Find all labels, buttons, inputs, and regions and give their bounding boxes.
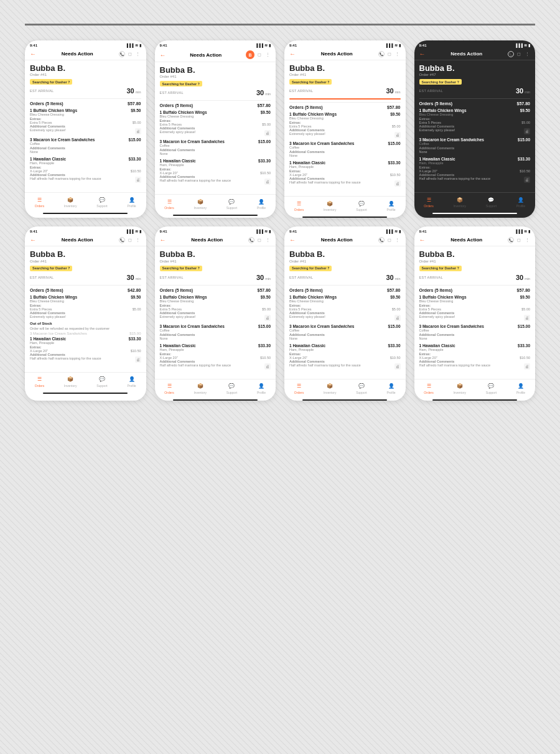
nav-item-inventory[interactable]: 📦 Inventory [453, 383, 466, 394]
nav-item-profile[interactable]: 👤 Profile [257, 198, 266, 210]
item-row: 1 Hawaiian Classic $33.30 [419, 343, 531, 348]
comments-value: Extremely spicy please! [30, 128, 135, 132]
nav-item-support[interactable]: 💬 Support [226, 383, 238, 394]
more-icon[interactable]: ⋮ [524, 237, 530, 243]
orders-nav-icon: ☰ [296, 383, 303, 390]
nav-item-orders[interactable]: ☰ Orders [164, 383, 174, 394]
nav-item-profile[interactable]: 👤 Profile [257, 383, 266, 394]
nav-item-orders[interactable]: ☰ Orders [424, 196, 433, 208]
back-button[interactable]: ← [289, 236, 296, 243]
profile-nav-label: Profile [127, 204, 136, 208]
phone-icon[interactable]: 📞 [508, 237, 514, 243]
print-icon[interactable]: 🖨 [394, 180, 401, 187]
nav-item-inventory[interactable]: 📦 Inventory [324, 383, 337, 394]
back-button[interactable]: ← [30, 236, 36, 243]
more-icon[interactable]: ⋮ [524, 51, 530, 57]
more-icon[interactable]: ⋮ [394, 51, 401, 57]
print-icon[interactable]: 🖨 [264, 363, 271, 370]
nav-item-support[interactable]: 💬 Support [96, 196, 108, 208]
nav-item-support[interactable]: 💬 Support [486, 196, 497, 208]
nav-item-profile[interactable]: 👤 Profile [516, 196, 525, 208]
battery-icon: ▮ [528, 229, 530, 233]
item-sub: Bleu Cheese Dressing [289, 116, 401, 120]
nav-item-profile[interactable]: 👤 Profile [127, 196, 136, 208]
comments-row: None [419, 150, 531, 154]
nav-item-support[interactable]: 💬 Support [486, 383, 497, 394]
orders-nav-label: Orders [424, 391, 433, 394]
back-button[interactable]: ← [419, 236, 426, 243]
print-icon[interactable]: 🖨 [394, 132, 401, 138]
nav-item-orders[interactable]: ☰ Orders [294, 383, 304, 394]
nav-item-orders[interactable]: ☰ Orders [294, 200, 304, 212]
back-button[interactable]: ← [289, 50, 296, 57]
nav-item-inventory[interactable]: 📦 Inventory [453, 196, 466, 208]
print-icon[interactable]: 🖨 [524, 177, 530, 183]
item-qty-name: 1 Hawaiian Classic [419, 157, 455, 161]
print-icon[interactable]: 🖨 [135, 356, 141, 363]
arrival-label: EST ARRIVAL [30, 276, 54, 279]
message-icon[interactable]: ◻ [256, 237, 263, 243]
comments-value: Half alfredo half marinara topping for t… [419, 177, 525, 180]
more-icon[interactable]: ⋮ [135, 51, 141, 57]
nav-item-orders[interactable]: ☰ Orders [424, 383, 433, 394]
message-icon[interactable]: ◻ [127, 237, 133, 243]
back-button[interactable]: ← [419, 50, 426, 57]
print-icon[interactable]: 🖨 [394, 315, 401, 321]
print-icon[interactable]: 🖨 [524, 128, 530, 134]
print-icon[interactable]: 🖨 [524, 315, 530, 321]
battery-icon: ▮ [269, 43, 271, 47]
nav-item-support[interactable]: 💬 Support [226, 198, 238, 210]
more-icon[interactable]: ⋮ [394, 237, 401, 243]
phone-icon[interactable]: 📞 [378, 51, 385, 57]
nav-item-inventory[interactable]: 📦 Inventory [194, 198, 207, 210]
dasher-status-badge: Searching for Dasher ? [419, 266, 462, 271]
extras-price: $5.00 [262, 123, 271, 126]
phone-icon[interactable]: 📞 [248, 237, 254, 243]
nav-item-orders[interactable]: ☰ Orders [164, 198, 174, 210]
phone-icon[interactable]: 📞 [119, 51, 125, 57]
more-icon[interactable]: ⋮ [264, 237, 271, 243]
more-icon[interactable]: ⋮ [264, 52, 271, 58]
battery-icon: ▮ [139, 229, 141, 233]
nav-item-profile[interactable]: 👤 Profile [127, 376, 136, 388]
print-icon[interactable]: 🖨 [264, 179, 271, 185]
back-button[interactable]: ← [160, 52, 166, 58]
print-icon[interactable]: 🖨 [524, 363, 530, 370]
nav-item-profile[interactable]: 👤 Profile [516, 383, 525, 394]
message-icon[interactable]: ◻ [516, 51, 522, 57]
print-icon[interactable]: 🖨 [264, 315, 271, 321]
nav-item-inventory[interactable]: 📦 Inventory [324, 200, 337, 212]
nav-item-inventory[interactable]: 📦 Inventory [64, 196, 77, 208]
nav-item-inventory[interactable]: 📦 Inventory [194, 383, 207, 394]
phone-icon[interactable]: 📞 [508, 51, 514, 57]
item-sub: Coffee [160, 328, 271, 332]
nav-item-orders[interactable]: ☰ Orders [35, 196, 44, 208]
back-button[interactable]: ← [160, 236, 166, 243]
message-icon[interactable]: ◻ [386, 237, 393, 243]
message-icon[interactable]: ◻ [127, 51, 133, 57]
extras-price: $5.00 [262, 307, 271, 311]
nav-item-profile[interactable]: 👤 Profile [386, 383, 395, 394]
back-button[interactable]: ← [30, 50, 36, 57]
nav-item-support[interactable]: 💬 Support [356, 383, 367, 394]
print-icon[interactable]: 🖨 [264, 130, 271, 136]
message-icon[interactable]: ◻ [256, 52, 263, 58]
phone-icon[interactable]: 📞 [119, 237, 125, 243]
nav-item-profile[interactable]: 👤 Profile [386, 200, 395, 212]
print-icon[interactable]: 🖨 [135, 177, 141, 183]
nav-item-orders[interactable]: ☰ Orders [35, 376, 44, 388]
phone-icon[interactable]: 📞 [378, 237, 385, 243]
more-icon[interactable]: ⋮ [135, 237, 141, 243]
print-icon[interactable]: 🖨 [135, 128, 141, 134]
message-icon[interactable]: ◻ [516, 237, 522, 243]
support-nav-icon: 💬 [358, 383, 365, 390]
print-icon[interactable]: 🖨 [394, 363, 401, 370]
nav-item-support[interactable]: 💬 Support [356, 200, 367, 212]
customer-name: Bubba B. [289, 64, 401, 73]
extras-value: X-Large 20" [30, 349, 48, 353]
bottom-nav: ☰ Orders 📦 Inventory 💬 Support 👤 Profile [414, 192, 536, 210]
nav-item-inventory[interactable]: 📦 Inventory [64, 376, 77, 388]
nav-item-support[interactable]: 💬 Support [96, 376, 108, 388]
message-icon[interactable]: ◻ [386, 51, 393, 57]
orders-label: Orders (5 Items) [30, 101, 63, 106]
